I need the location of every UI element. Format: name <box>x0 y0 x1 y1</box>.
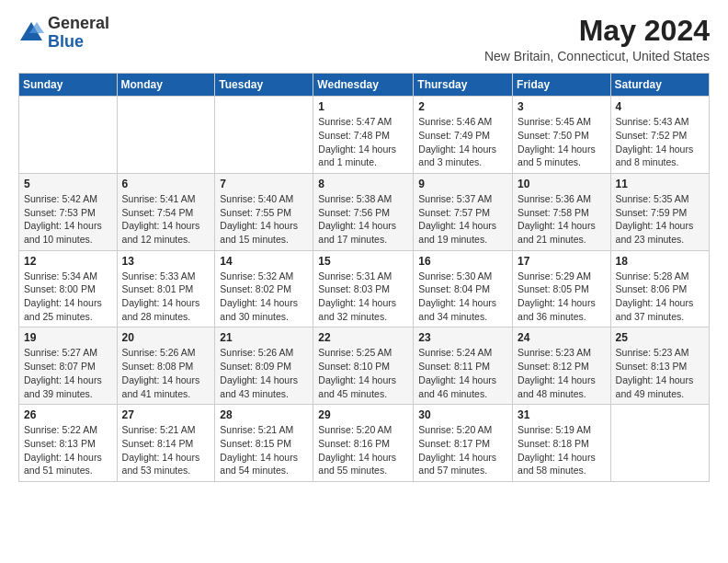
day-info: Sunrise: 5:47 AMSunset: 7:48 PMDaylight:… <box>318 115 408 169</box>
calendar-week-row: 26Sunrise: 5:22 AMSunset: 8:13 PMDayligh… <box>19 405 710 482</box>
table-row: 16Sunrise: 5:30 AMSunset: 8:04 PMDayligh… <box>414 250 513 327</box>
day-info: Sunrise: 5:20 AMSunset: 8:17 PMDaylight:… <box>418 423 507 477</box>
calendar-table: Sunday Monday Tuesday Wednesday Thursday… <box>18 73 710 482</box>
day-info: Sunrise: 5:29 AMSunset: 8:05 PMDaylight:… <box>518 270 606 324</box>
day-number: 18 <box>616 255 704 268</box>
col-friday: Friday <box>513 74 611 97</box>
day-info: Sunrise: 5:23 AMSunset: 8:12 PMDaylight:… <box>518 346 606 400</box>
day-info: Sunrise: 5:41 AMSunset: 7:54 PMDaylight:… <box>122 192 210 247</box>
day-info: Sunrise: 5:33 AMSunset: 8:01 PMDaylight:… <box>122 270 210 324</box>
day-number: 17 <box>518 255 606 268</box>
day-info: Sunrise: 5:21 AMSunset: 8:14 PMDaylight:… <box>122 423 210 477</box>
day-info: Sunrise: 5:28 AMSunset: 8:06 PMDaylight:… <box>616 270 704 324</box>
table-row: 14Sunrise: 5:32 AMSunset: 8:02 PMDayligh… <box>215 250 313 327</box>
day-number: 10 <box>518 178 606 190</box>
day-info: Sunrise: 5:20 AMSunset: 8:16 PMDaylight:… <box>318 423 408 477</box>
table-row: 30Sunrise: 5:20 AMSunset: 8:17 PMDayligh… <box>414 405 513 482</box>
day-number: 22 <box>318 331 408 344</box>
day-number: 9 <box>418 178 507 190</box>
table-row: 8Sunrise: 5:38 AMSunset: 7:56 PMDaylight… <box>313 173 414 250</box>
table-row: 25Sunrise: 5:23 AMSunset: 8:13 PMDayligh… <box>610 327 709 405</box>
table-row: 10Sunrise: 5:36 AMSunset: 7:58 PMDayligh… <box>513 173 611 250</box>
day-info: Sunrise: 5:19 AMSunset: 8:18 PMDaylight:… <box>518 423 606 477</box>
table-row: 26Sunrise: 5:22 AMSunset: 8:13 PMDayligh… <box>19 405 118 482</box>
day-info: Sunrise: 5:35 AMSunset: 7:59 PMDaylight:… <box>616 192 704 247</box>
col-sunday: Sunday <box>19 74 118 97</box>
day-info: Sunrise: 5:37 AMSunset: 7:57 PMDaylight:… <box>418 192 507 247</box>
day-number: 30 <box>418 408 507 421</box>
day-number: 12 <box>24 255 112 268</box>
calendar-week-row: 12Sunrise: 5:34 AMSunset: 8:00 PMDayligh… <box>19 250 710 327</box>
logo-text: General Blue <box>48 15 109 52</box>
table-row: 12Sunrise: 5:34 AMSunset: 8:00 PMDayligh… <box>19 250 118 327</box>
table-row: 24Sunrise: 5:23 AMSunset: 8:12 PMDayligh… <box>513 327 611 405</box>
table-row: 27Sunrise: 5:21 AMSunset: 8:14 PMDayligh… <box>117 405 215 482</box>
header: General Blue May 2024 New Britain, Conne… <box>18 15 710 63</box>
day-number: 19 <box>24 331 112 344</box>
table-row: 19Sunrise: 5:27 AMSunset: 8:07 PMDayligh… <box>19 327 118 405</box>
table-row <box>19 97 118 174</box>
col-wednesday: Wednesday <box>313 74 414 97</box>
table-row <box>610 405 709 482</box>
day-number: 16 <box>418 255 507 268</box>
day-info: Sunrise: 5:43 AMSunset: 7:52 PMDaylight:… <box>616 115 704 169</box>
calendar-page: General Blue May 2024 New Britain, Conne… <box>0 0 728 563</box>
day-info: Sunrise: 5:36 AMSunset: 7:58 PMDaylight:… <box>518 192 606 247</box>
table-row: 9Sunrise: 5:37 AMSunset: 7:57 PMDaylight… <box>414 173 513 250</box>
table-row: 7Sunrise: 5:40 AMSunset: 7:55 PMDaylight… <box>215 173 313 250</box>
day-number: 26 <box>24 408 112 421</box>
day-number: 27 <box>122 408 210 421</box>
table-row: 1Sunrise: 5:47 AMSunset: 7:48 PMDaylight… <box>313 97 414 174</box>
day-number: 1 <box>318 100 408 113</box>
day-info: Sunrise: 5:31 AMSunset: 8:03 PMDaylight:… <box>318 270 408 324</box>
calendar-week-row: 1Sunrise: 5:47 AMSunset: 7:48 PMDaylight… <box>19 97 710 174</box>
table-row: 29Sunrise: 5:20 AMSunset: 8:16 PMDayligh… <box>313 405 414 482</box>
day-info: Sunrise: 5:22 AMSunset: 8:13 PMDaylight:… <box>24 423 112 477</box>
day-number: 31 <box>518 408 606 421</box>
col-monday: Monday <box>117 74 215 97</box>
day-info: Sunrise: 5:38 AMSunset: 7:56 PMDaylight:… <box>318 192 408 247</box>
day-number: 15 <box>318 255 408 268</box>
table-row: 21Sunrise: 5:26 AMSunset: 8:09 PMDayligh… <box>215 327 313 405</box>
table-row: 15Sunrise: 5:31 AMSunset: 8:03 PMDayligh… <box>313 250 414 327</box>
table-row: 4Sunrise: 5:43 AMSunset: 7:52 PMDaylight… <box>610 97 709 174</box>
day-number: 14 <box>220 255 308 268</box>
table-row: 5Sunrise: 5:42 AMSunset: 7:53 PMDaylight… <box>19 173 118 250</box>
day-number: 21 <box>220 331 308 344</box>
calendar-week-row: 5Sunrise: 5:42 AMSunset: 7:53 PMDaylight… <box>19 173 710 250</box>
location-label: New Britain, Connecticut, United States <box>484 49 710 63</box>
day-number: 7 <box>220 178 308 190</box>
day-info: Sunrise: 5:27 AMSunset: 8:07 PMDaylight:… <box>24 346 112 400</box>
table-row: 13Sunrise: 5:33 AMSunset: 8:01 PMDayligh… <box>117 250 215 327</box>
day-number: 24 <box>518 331 606 344</box>
day-number: 8 <box>318 178 408 190</box>
table-row: 6Sunrise: 5:41 AMSunset: 7:54 PMDaylight… <box>117 173 215 250</box>
table-row: 2Sunrise: 5:46 AMSunset: 7:49 PMDaylight… <box>414 97 513 174</box>
day-info: Sunrise: 5:23 AMSunset: 8:13 PMDaylight:… <box>616 346 704 400</box>
table-row <box>215 97 313 174</box>
table-row: 3Sunrise: 5:45 AMSunset: 7:50 PMDaylight… <box>513 97 611 174</box>
day-number: 29 <box>318 408 408 421</box>
day-info: Sunrise: 5:42 AMSunset: 7:53 PMDaylight:… <box>24 192 112 247</box>
day-number: 20 <box>122 331 210 344</box>
day-number: 25 <box>616 331 704 344</box>
day-info: Sunrise: 5:21 AMSunset: 8:15 PMDaylight:… <box>220 423 308 477</box>
day-number: 28 <box>220 408 308 421</box>
table-row: 11Sunrise: 5:35 AMSunset: 7:59 PMDayligh… <box>610 173 709 250</box>
day-number: 2 <box>418 100 507 113</box>
day-number: 11 <box>616 178 704 190</box>
day-number: 13 <box>122 255 210 268</box>
calendar-week-row: 19Sunrise: 5:27 AMSunset: 8:07 PMDayligh… <box>19 327 710 405</box>
logo-blue-label: Blue <box>48 33 109 52</box>
day-number: 3 <box>518 100 606 113</box>
day-number: 4 <box>616 100 704 113</box>
table-row: 22Sunrise: 5:25 AMSunset: 8:10 PMDayligh… <box>313 327 414 405</box>
title-block: May 2024 New Britain, Connecticut, Unite… <box>484 15 710 63</box>
day-number: 23 <box>418 331 507 344</box>
day-info: Sunrise: 5:45 AMSunset: 7:50 PMDaylight:… <box>518 115 606 169</box>
col-saturday: Saturday <box>610 74 709 97</box>
table-row <box>117 97 215 174</box>
day-info: Sunrise: 5:30 AMSunset: 8:04 PMDaylight:… <box>418 270 507 324</box>
day-info: Sunrise: 5:46 AMSunset: 7:49 PMDaylight:… <box>418 115 507 169</box>
table-row: 17Sunrise: 5:29 AMSunset: 8:05 PMDayligh… <box>513 250 611 327</box>
